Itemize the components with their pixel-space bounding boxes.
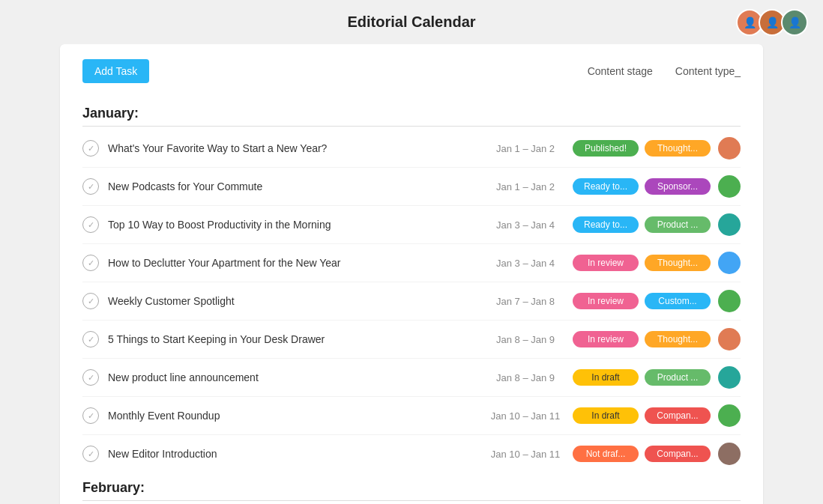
type-badge: Custom... (645, 293, 711, 309)
check-icon[interactable]: ✓ (82, 293, 99, 309)
check-icon[interactable]: ✓ (82, 407, 99, 424)
task-dates: Jan 3 – Jan 4 (484, 219, 567, 231)
check-icon[interactable]: ✓ (82, 369, 99, 386)
user-avatars: 👤 👤 👤 (741, 9, 808, 36)
task-row[interactable]: ✓How to Declutter Your Apartment for the… (82, 244, 741, 282)
avatar (718, 290, 741, 312)
status-badge: In draft (573, 407, 639, 424)
task-dates: Jan 10 – Jan 11 (484, 449, 567, 460)
task-title: What's Your Favorite Way to Start a New … (108, 142, 484, 154)
main-container: Add Task Content stage Content type_ Jan… (60, 44, 763, 504)
status-badge: In review (573, 293, 639, 309)
sections-container: January:✓What's Your Favorite Way to Sta… (82, 98, 741, 504)
type-badge: Compan... (645, 407, 711, 424)
task-row[interactable]: ✓New product line announcementJan 8 – Ja… (82, 359, 741, 397)
section-header-1: February: (82, 473, 741, 501)
task-row[interactable]: ✓What's Your Favorite Way to Start a New… (82, 130, 741, 168)
check-icon[interactable]: ✓ (82, 216, 99, 233)
avatar (718, 175, 741, 198)
status-badge: Not draf... (573, 446, 639, 462)
status-badge: In review (573, 255, 639, 271)
status-badge: In review (573, 331, 639, 347)
avatar (718, 137, 741, 160)
check-icon[interactable]: ✓ (82, 178, 99, 195)
page-title: Editorial Calendar (347, 13, 475, 31)
task-title: Monthly Event Roundup (108, 410, 484, 422)
avatar (718, 404, 741, 427)
task-dates: Jan 8 – Jan 9 (484, 334, 567, 345)
type-badge: Product ... (645, 369, 711, 386)
type-badge: Thought... (645, 140, 711, 157)
task-row[interactable]: ✓Monthly Event RoundupJan 10 – Jan 11In … (82, 397, 741, 435)
type-badge: Product ... (645, 216, 711, 233)
status-badge: In draft (573, 369, 639, 386)
check-icon[interactable]: ✓ (82, 446, 99, 462)
check-icon[interactable]: ✓ (82, 140, 99, 157)
avatar (718, 213, 741, 236)
check-icon[interactable]: ✓ (82, 255, 99, 271)
task-dates: Jan 3 – Jan 4 (484, 258, 567, 269)
status-badge: Published! (573, 140, 639, 157)
check-icon[interactable]: ✓ (82, 331, 99, 347)
task-row[interactable]: ✓Weekly Customer SpotlightJan 7 – Jan 8I… (82, 282, 741, 321)
toolbar: Add Task Content stage Content type_ (82, 59, 741, 83)
avatar (718, 366, 741, 389)
task-dates: Jan 1 – Jan 2 (484, 143, 567, 154)
content-type-filter[interactable]: Content type_ (675, 65, 741, 77)
task-title: 5 Things to Start Keeping in Your Desk D… (108, 333, 484, 345)
status-badge: Ready to... (573, 178, 639, 195)
section-header-0: January: (82, 98, 741, 127)
task-row[interactable]: ✓New Editor IntroductionJan 10 – Jan 11N… (82, 435, 741, 473)
avatar (718, 328, 741, 350)
task-dates: Jan 10 – Jan 11 (484, 410, 567, 422)
task-title: Top 10 Way to Boost Productivity in the … (108, 219, 484, 231)
type-badge: Sponsor... (645, 178, 711, 195)
task-row[interactable]: ✓New Podcasts for Your CommuteJan 1 – Ja… (82, 168, 741, 206)
type-badge: Compan... (645, 446, 711, 462)
filter-bar: Content stage Content type_ (588, 65, 741, 77)
task-dates: Jan 8 – Jan 9 (484, 372, 567, 383)
task-dates: Jan 7 – Jan 8 (484, 296, 567, 307)
task-title: Weekly Customer Spotlight (108, 295, 484, 307)
avatar-3: 👤 (781, 9, 808, 36)
content-stage-filter[interactable]: Content stage (588, 65, 653, 77)
avatar (718, 443, 741, 465)
avatar (718, 252, 741, 274)
type-badge: Thought... (645, 255, 711, 271)
task-title: How to Declutter Your Apartment for the … (108, 257, 484, 269)
page-header: Editorial Calendar 👤 👤 👤 (0, 0, 823, 44)
task-title: New Editor Introduction (108, 448, 484, 460)
task-dates: Jan 1 – Jan 2 (484, 181, 567, 192)
task-row[interactable]: ✓5 Things to Start Keeping in Your Desk … (82, 321, 741, 359)
status-badge: Ready to... (573, 216, 639, 233)
task-row[interactable]: ✓Top 10 Way to Boost Productivity in the… (82, 206, 741, 244)
add-task-button[interactable]: Add Task (82, 59, 149, 83)
task-title: New product line announcement (108, 371, 484, 383)
section-0: January:✓What's Your Favorite Way to Sta… (82, 98, 741, 473)
section-1: February:✓Travel Deals for Your Long Wee… (82, 473, 741, 504)
task-title: New Podcasts for Your Commute (108, 180, 484, 192)
type-badge: Thought... (645, 331, 711, 347)
